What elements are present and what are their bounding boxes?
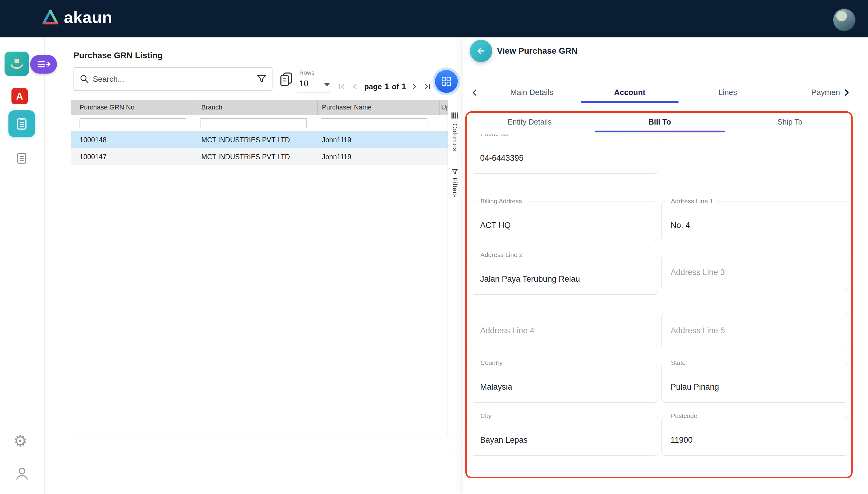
field-state[interactable]: State Pulau Pinang bbox=[661, 363, 848, 403]
address-line-3-placeholder: Address Line 3 bbox=[671, 268, 725, 277]
phone-no-value: 04-6443395 bbox=[480, 153, 524, 163]
address-line-4-placeholder: Address Line 4 bbox=[480, 326, 534, 335]
settings-gear-icon[interactable]: ⚙ bbox=[13, 432, 27, 450]
first-page-button[interactable] bbox=[338, 82, 347, 91]
filter-input-grn-no[interactable] bbox=[80, 118, 186, 128]
column-header-grn-no[interactable]: Purchase GRN No bbox=[80, 100, 134, 115]
strip-divider bbox=[448, 165, 461, 165]
back-button[interactable] bbox=[470, 40, 492, 62]
field-country[interactable]: Country Malaysia bbox=[471, 363, 658, 403]
cell-purchaser: John1119 bbox=[322, 132, 351, 148]
brand-name: akaun bbox=[64, 8, 113, 26]
rows-per-page-select[interactable]: 10 bbox=[299, 79, 308, 88]
menu-expand-icon bbox=[36, 59, 52, 69]
billing-address-label: Billing Address bbox=[478, 197, 525, 205]
sidebar-item-procurement[interactable] bbox=[4, 52, 29, 76]
address-line-1-value: No. 4 bbox=[671, 221, 690, 230]
column-header-branch[interactable]: Branch bbox=[201, 100, 222, 115]
subtab-bill-to[interactable]: Bill To bbox=[595, 112, 725, 132]
field-address-line-4[interactable]: Address Line 4 bbox=[471, 313, 658, 348]
pagination-status: page 1 of 1 bbox=[361, 82, 409, 91]
rows-select-caret-icon[interactable] bbox=[324, 83, 330, 87]
duplicate-view-icon[interactable] bbox=[279, 72, 294, 87]
table-filter-row bbox=[71, 115, 448, 132]
search-icon bbox=[80, 74, 89, 84]
table-row[interactable]: 1000148 MCT INDUSTRIES PVT LTD John1119 bbox=[71, 132, 448, 148]
subtab-ship-to[interactable]: Ship To bbox=[725, 112, 855, 132]
field-city[interactable]: City Bayan Lepas bbox=[471, 416, 658, 456]
of-label: of bbox=[392, 82, 399, 91]
billing-address-value: ACT HQ bbox=[480, 221, 511, 230]
field-address-line-3[interactable]: Address Line 3 bbox=[661, 255, 848, 290]
filter-input-purchaser[interactable] bbox=[321, 118, 427, 128]
sidebar-item-grn-listing-active[interactable] bbox=[8, 110, 35, 137]
country-value: Malaysia bbox=[480, 382, 512, 392]
column-separator bbox=[197, 100, 197, 115]
field-address-line-5[interactable]: Address Line 5 bbox=[661, 313, 848, 348]
profile-person-icon[interactable] bbox=[15, 467, 29, 481]
page-label: page bbox=[364, 82, 381, 91]
next-page-button[interactable] bbox=[410, 82, 419, 91]
left-sidebar: A ⚙ bbox=[0, 37, 45, 494]
arrow-left-icon bbox=[476, 45, 487, 56]
filters-toggle[interactable]: Filters bbox=[451, 178, 459, 198]
gear-glyph: ⚙ bbox=[13, 432, 27, 450]
search-input[interactable] bbox=[93, 75, 253, 84]
hands-holding-box-icon bbox=[10, 57, 24, 71]
brand-logo[interactable]: akaun bbox=[42, 8, 113, 26]
rows-select-underline bbox=[297, 93, 330, 93]
tabs-scroll-right-icon[interactable] bbox=[842, 88, 851, 97]
field-address-line-2[interactable]: Address Line 2 Jalan Paya Terubung Relau bbox=[471, 255, 658, 294]
country-label: Country bbox=[478, 359, 506, 366]
filter-input-branch[interactable] bbox=[200, 118, 307, 128]
active-tab-underline bbox=[581, 101, 679, 103]
current-page: 1 bbox=[384, 82, 389, 91]
cell-purchaser: John1119 bbox=[322, 148, 351, 165]
filters-funnel-icon[interactable] bbox=[452, 169, 458, 175]
tab-payment[interactable]: Paymen bbox=[777, 82, 844, 103]
subtab-entity-details[interactable]: Entity Details bbox=[465, 112, 595, 132]
field-postcode[interactable]: Postcode 11900 bbox=[661, 416, 848, 456]
field-billing-address[interactable]: Billing Address ACT HQ bbox=[471, 201, 658, 241]
purchase-grn-listing-panel: Purchase GRN Listing Rows 10 p bbox=[71, 37, 461, 455]
person-icon bbox=[15, 467, 29, 481]
sidebar-expand-toggle[interactable] bbox=[30, 55, 57, 74]
document-list-icon bbox=[15, 151, 28, 165]
column-separator bbox=[439, 100, 440, 115]
detail-title: View Purchase GRN bbox=[497, 37, 577, 64]
detail-tabs: Main Details Account Lines Paymen bbox=[483, 82, 844, 103]
user-avatar[interactable] bbox=[833, 8, 856, 31]
phone-no-label: Phone No bbox=[478, 134, 511, 137]
tab-account[interactable]: Account bbox=[581, 82, 679, 103]
field-phone-no[interactable]: Phone No 04-6443395 bbox=[471, 134, 658, 174]
filter-funnel-icon[interactable] bbox=[257, 74, 267, 84]
pdf-acrobat-icon[interactable]: A bbox=[12, 88, 28, 104]
tab-main-details[interactable]: Main Details bbox=[483, 82, 581, 103]
column-header-purchaser[interactable]: Purchaser Name bbox=[322, 100, 372, 115]
cell-grn-no: 1000148 bbox=[80, 132, 107, 148]
table-side-strip: Columns Filters bbox=[448, 100, 461, 436]
grid-icon bbox=[441, 76, 452, 87]
sidebar-item-document-listing[interactable] bbox=[15, 151, 29, 165]
clipboard-list-icon bbox=[15, 116, 29, 131]
grid-view-button[interactable] bbox=[435, 70, 458, 93]
address-line-1-label: Address Line 1 bbox=[668, 197, 716, 205]
field-address-line-1[interactable]: Address Line 1 No. 4 bbox=[661, 201, 848, 241]
table-header: Purchase GRN No Branch Purchaser Name Up bbox=[71, 100, 448, 115]
previous-page-button[interactable] bbox=[350, 82, 359, 91]
total-pages: 1 bbox=[401, 82, 406, 91]
active-subtab-underline bbox=[595, 131, 725, 132]
account-subtabs: Entity Details Bill To Ship To bbox=[465, 112, 855, 132]
last-page-button[interactable] bbox=[422, 82, 432, 91]
tabs-scroll-left-icon[interactable] bbox=[471, 88, 479, 97]
address-line-2-label: Address Line 2 bbox=[478, 251, 525, 259]
view-purchase-grn-panel: View Purchase GRN Main Details Account L… bbox=[463, 37, 868, 494]
columns-toggle[interactable]: Columns bbox=[451, 124, 459, 152]
cell-grn-no: 1000147 bbox=[80, 148, 107, 165]
table-row[interactable]: 1000147 MCT INDUSTRIES PVT LTD John1119 bbox=[71, 148, 448, 165]
columns-bars-icon[interactable] bbox=[452, 113, 458, 118]
column-separator bbox=[317, 100, 318, 115]
tab-lines[interactable]: Lines bbox=[679, 82, 777, 103]
address-line-5-placeholder: Address Line 5 bbox=[671, 326, 725, 335]
address-line-2-value: Jalan Paya Terubung Relau bbox=[480, 274, 580, 284]
